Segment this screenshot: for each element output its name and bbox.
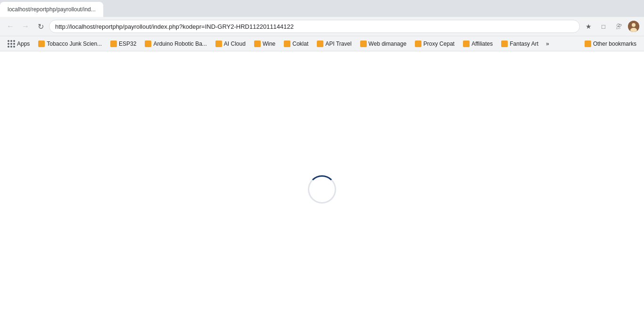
spinner-container bbox=[308, 175, 336, 204]
screenshot-icon: □ bbox=[602, 23, 605, 30]
bookmark-folder-icon bbox=[145, 41, 151, 47]
loading-spinner bbox=[308, 175, 336, 204]
avatar bbox=[628, 21, 639, 32]
back-button[interactable]: ← bbox=[4, 20, 17, 33]
bookmark-label: Affiliates bbox=[471, 41, 493, 47]
apps-grid-icon bbox=[8, 40, 15, 48]
bookmark-item-esp32[interactable]: ESP32 bbox=[107, 39, 140, 49]
bookmark-folder-icon bbox=[317, 41, 323, 47]
address-bar[interactable] bbox=[49, 20, 580, 33]
bookmark-item-proxycepat[interactable]: Proxy Cepat bbox=[411, 39, 458, 49]
main-content bbox=[0, 51, 644, 327]
bookmark-folder-icon bbox=[463, 41, 470, 47]
svg-point-1 bbox=[632, 23, 636, 27]
active-tab[interactable]: localhost/reportphp/payrollout/ind... bbox=[0, 2, 103, 17]
other-bookmarks-button[interactable]: Other bookmarks bbox=[581, 39, 640, 49]
forward-button[interactable]: → bbox=[19, 20, 32, 33]
bookmark-label: ESP32 bbox=[119, 41, 136, 47]
bookmark-folder-icon bbox=[215, 41, 222, 47]
back-icon: ← bbox=[7, 22, 14, 31]
bookmark-item-wine[interactable]: Wine bbox=[250, 39, 279, 49]
other-bookmarks-label: Other bookmarks bbox=[593, 41, 636, 47]
bookmark-folder-icon bbox=[254, 41, 261, 47]
extensions-button[interactable]: ⛈ bbox=[612, 20, 625, 33]
bookmark-item-aicloud[interactable]: AI Cloud bbox=[212, 39, 249, 49]
star-icon: ★ bbox=[586, 23, 592, 30]
bookmark-label: Arduino Robotic Ba... bbox=[153, 41, 206, 47]
bookmark-item-webdimanage[interactable]: Web dimanage bbox=[356, 39, 411, 49]
bookmark-item-fantasyart[interactable]: Fantasy Art bbox=[497, 39, 542, 49]
tab-bar: localhost/reportphp/payrollout/ind... bbox=[0, 0, 644, 17]
bookmark-label: Proxy Cepat bbox=[423, 41, 454, 47]
more-icon: » bbox=[546, 41, 549, 47]
nav-right-icons: ★ □ ⛈ bbox=[582, 20, 640, 33]
bookmark-item-apps[interactable]: Apps bbox=[4, 38, 33, 49]
puzzle-icon: ⛈ bbox=[616, 23, 622, 30]
nav-bar: ← → ↻ ★ □ ⛈ bbox=[0, 17, 644, 36]
bookmark-label: Tobacco Junk Scien... bbox=[47, 41, 102, 47]
forward-icon: → bbox=[22, 22, 29, 31]
bookmarks-bar: Apps Tobacco Junk Scien... ESP32 Arduino… bbox=[0, 36, 644, 51]
bookmark-folder-icon bbox=[284, 41, 290, 47]
profile-button[interactable] bbox=[627, 20, 640, 33]
bookmark-item-affiliates[interactable]: Affiliates bbox=[459, 39, 496, 49]
reload-icon: ↻ bbox=[38, 22, 44, 31]
bookmark-label: API Travel bbox=[325, 41, 351, 47]
bookmark-label: Web dimanage bbox=[369, 41, 407, 47]
more-bookmarks-button[interactable]: » bbox=[543, 39, 552, 49]
other-bookmarks-icon bbox=[585, 41, 591, 47]
bookmark-label: Coklat bbox=[292, 41, 308, 47]
tab-title: localhost/reportphp/payrollout/ind... bbox=[8, 6, 96, 13]
screenshot-button[interactable]: □ bbox=[597, 20, 610, 33]
bookmark-folder-icon bbox=[360, 41, 367, 47]
bookmark-item-apitravel[interactable]: API Travel bbox=[313, 39, 355, 49]
bookmark-label: Apps bbox=[17, 41, 30, 47]
bookmark-item-coklat[interactable]: Coklat bbox=[280, 39, 312, 49]
bookmark-item-arduino[interactable]: Arduino Robotic Ba... bbox=[141, 39, 210, 49]
bookmark-star-button[interactable]: ★ bbox=[582, 20, 595, 33]
bookmark-item-tobacco[interactable]: Tobacco Junk Scien... bbox=[34, 39, 106, 49]
bookmark-folder-icon bbox=[38, 41, 45, 47]
bookmark-folder-icon bbox=[501, 41, 508, 47]
bookmark-label: AI Cloud bbox=[224, 41, 246, 47]
bookmark-folder-icon bbox=[110, 41, 117, 47]
browser-chrome: localhost/reportphp/payrollout/ind... ← … bbox=[0, 0, 644, 51]
bookmark-label: Fantasy Art bbox=[510, 41, 538, 47]
bookmark-label: Wine bbox=[263, 41, 275, 47]
reload-button[interactable]: ↻ bbox=[34, 20, 47, 33]
bookmark-folder-icon bbox=[415, 41, 421, 47]
